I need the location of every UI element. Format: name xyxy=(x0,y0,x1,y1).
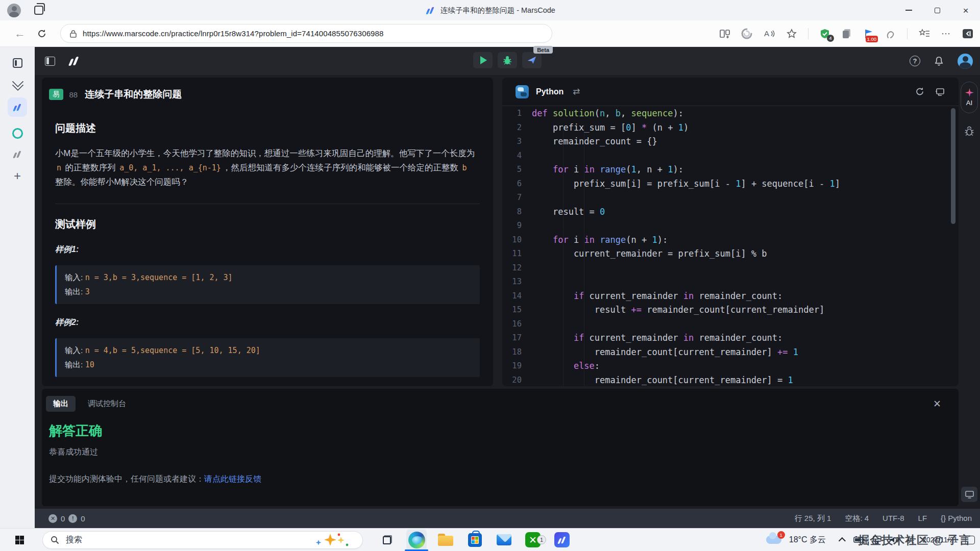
code-line[interactable]: 18 remainder_count[current_remainder] +=… xyxy=(502,345,959,360)
encoding[interactable]: UTF-8 xyxy=(883,514,904,523)
congrats-text: 恭喜成功通过 xyxy=(49,447,959,458)
indent-setting[interactable]: 空格: 4 xyxy=(845,514,869,523)
code-text: current_remainder = prefix_sum[i] % b xyxy=(532,247,767,261)
code-token: range xyxy=(600,235,626,245)
submit-button[interactable]: Beta xyxy=(522,52,542,68)
code-token: current_remainder = prefix_sum[i] % b xyxy=(532,248,767,259)
task-view-button[interactable] xyxy=(377,530,398,550)
back-icon[interactable]: ← xyxy=(14,27,26,40)
code-token: if xyxy=(574,291,584,301)
ai-label: AI xyxy=(966,99,972,107)
sidebar-add-icon[interactable]: + xyxy=(14,170,21,182)
format-code-icon[interactable] xyxy=(935,87,945,96)
tray-chevron-icon[interactable] xyxy=(839,537,846,544)
store-button[interactable] xyxy=(464,530,485,550)
edge-taskbar-button[interactable] xyxy=(406,530,427,550)
debug-rail-icon[interactable] xyxy=(964,126,975,137)
code-line[interactable]: 4 xyxy=(502,149,959,163)
sample-io-label: 输出: xyxy=(65,360,85,369)
weather-widget[interactable]: 1 xyxy=(766,536,781,544)
code-token: 0 xyxy=(626,122,631,133)
curly-extension-icon[interactable] xyxy=(885,28,896,39)
pages-extension-icon[interactable] xyxy=(841,28,852,39)
code-line[interactable]: 6 prefix_sum[i] = prefix_sum[i - 1] + se… xyxy=(502,177,959,191)
code-editor[interactable]: 1def solution(n, b, sequence):2 prefix_s… xyxy=(502,107,959,386)
code-line[interactable]: 2 prefix_sum = [0] * (n + 1) xyxy=(502,121,959,135)
user-avatar[interactable] xyxy=(958,54,973,69)
sidebar-toggle-icon[interactable] xyxy=(962,28,974,40)
taskbar-search[interactable]: 搜索 xyxy=(42,531,363,549)
cursor-position[interactable]: 行 25, 列 1 xyxy=(795,514,831,523)
ai-assistant-button[interactable]: AI xyxy=(961,82,978,113)
collections-icon[interactable] xyxy=(12,79,22,89)
favorites-bar-icon[interactable] xyxy=(918,28,930,39)
code-line[interactable]: 13 xyxy=(502,275,959,289)
code-line[interactable]: 10 for i in range(n + 1): xyxy=(502,233,959,247)
code-line[interactable]: 11 current_remainder = prefix_sum[i] % b xyxy=(502,247,959,261)
code-line[interactable]: 20 remainder_count[current_remainder] = … xyxy=(502,373,959,387)
errors-icon[interactable]: ✕ xyxy=(48,514,57,523)
marscode-taskbar-button[interactable] xyxy=(552,530,572,550)
code-line[interactable]: 5 for i in range(1, n + 1): xyxy=(502,163,959,177)
favorite-star-icon[interactable] xyxy=(786,28,797,39)
address-bar[interactable]: https://www.marscode.cn/practice/lnrp0r1… xyxy=(60,24,552,43)
paper-plane-icon xyxy=(527,55,537,65)
read-aloud-icon[interactable]: A xyxy=(763,28,775,39)
adblock-extension[interactable]: 4 xyxy=(819,28,830,39)
bell-icon[interactable] xyxy=(934,56,944,67)
tab-debug-console[interactable]: 调试控制台 xyxy=(88,399,126,409)
weather-text[interactable]: 18°C 多云 xyxy=(789,535,826,545)
reload-icon[interactable] xyxy=(37,29,47,39)
code-token: remainder_count: xyxy=(694,291,782,301)
copilot-icon[interactable] xyxy=(741,28,752,39)
code-token: 1 xyxy=(793,347,798,357)
browser-profile-avatar[interactable] xyxy=(7,4,21,17)
tab-output[interactable]: 输出 xyxy=(46,396,76,412)
code-line[interactable]: 8 result = 0 xyxy=(502,205,959,219)
sidebar-item-marscode-active[interactable] xyxy=(8,97,27,117)
split-screen-icon[interactable] xyxy=(719,28,730,39)
editor-scrollbar[interactable] xyxy=(951,108,955,224)
code-text: remainder_count[current_remainder] = 1 xyxy=(532,373,793,387)
code-token: 0 xyxy=(600,207,605,217)
code-line[interactable]: 7 xyxy=(502,191,959,205)
code-line[interactable]: 16 xyxy=(502,317,959,332)
sidebar-ring-icon[interactable] xyxy=(12,128,23,139)
maximize-button[interactable] xyxy=(923,0,951,20)
code-line[interactable]: 9 xyxy=(502,219,959,233)
sidebar-panel-icon[interactable] xyxy=(13,58,22,68)
swap-language-icon[interactable]: ⇄ xyxy=(573,86,580,97)
code-line[interactable]: 14 if current_remainder in remainder_cou… xyxy=(502,289,959,304)
panel-toggle-icon[interactable] xyxy=(45,57,55,66)
code-token: += xyxy=(631,305,641,315)
code-line[interactable]: 15 result += remainder_count[current_rem… xyxy=(502,303,959,317)
xbox-button[interactable]: ✕ 1 xyxy=(523,530,543,550)
debug-button[interactable] xyxy=(498,52,517,68)
code-line[interactable]: 12 xyxy=(502,261,959,276)
feedback-link[interactable]: 请点此链接反馈 xyxy=(204,474,261,483)
run-button[interactable] xyxy=(473,52,493,68)
sparkle-icon xyxy=(965,88,974,97)
sidebar-item-marscode-gray[interactable] xyxy=(12,150,23,159)
preview-button[interactable] xyxy=(961,487,977,502)
code-token: result = xyxy=(532,207,600,217)
language-mode[interactable]: {} Python xyxy=(941,514,972,523)
code-line[interactable]: 17 if current_remainder in remainder_cou… xyxy=(502,331,959,345)
warnings-icon[interactable]: ! xyxy=(68,514,77,523)
sample-io-label: 输入: xyxy=(65,273,85,282)
reset-code-icon[interactable] xyxy=(915,87,925,96)
flag-extension[interactable]: 1.00 xyxy=(863,28,874,39)
minimize-button[interactable] xyxy=(894,0,923,20)
file-explorer-button[interactable] xyxy=(435,530,456,550)
more-menu-icon[interactable]: ⋯ xyxy=(941,28,951,39)
start-button[interactable] xyxy=(15,536,24,544)
code-line[interactable]: 3 remainder_count = {} xyxy=(502,135,959,149)
mail-button[interactable] xyxy=(494,530,514,550)
code-line[interactable]: 1def solution(n, b, sequence): xyxy=(502,107,959,121)
close-output-icon[interactable]: ✕ xyxy=(933,398,941,410)
eol-setting[interactable]: LF xyxy=(918,514,927,523)
tab-stack-icon[interactable] xyxy=(34,6,43,15)
close-button[interactable]: × xyxy=(951,0,980,20)
code-line[interactable]: 19 else: xyxy=(502,359,959,373)
help-icon[interactable]: ? xyxy=(910,56,920,66)
